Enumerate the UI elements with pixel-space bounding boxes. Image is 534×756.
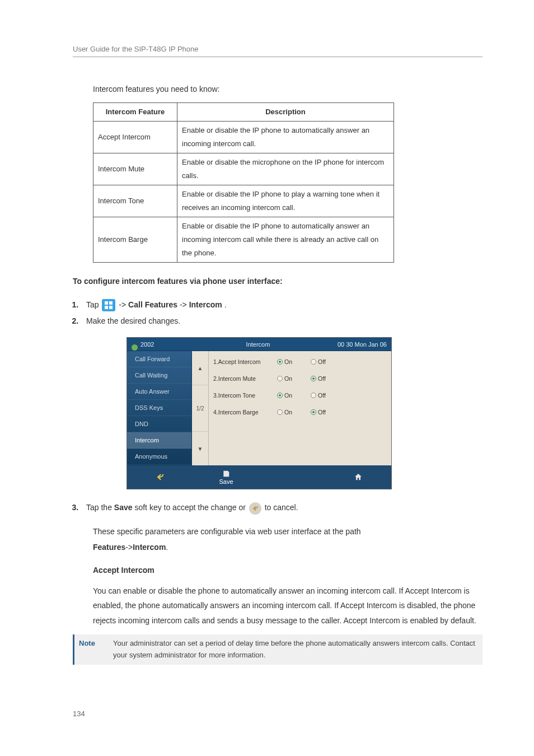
radio-off[interactable]: Off xyxy=(311,409,344,416)
post-text-1: These specific parameters are configurab… xyxy=(93,524,483,539)
account-label[interactable]: 2002 xyxy=(127,341,192,348)
screen-title: Intercom xyxy=(192,341,324,348)
setting-row-intercom-tone: 3.Intercom Tone On Off xyxy=(213,387,387,404)
scroll-page-indicator: 1/2 xyxy=(192,385,208,432)
setting-label: 1.Accept Intercom xyxy=(213,358,277,365)
step-text-bold: Save xyxy=(114,503,133,512)
step-text: -> xyxy=(119,300,126,309)
feature-name: Intercom Mute xyxy=(93,153,177,185)
radio-on[interactable]: On xyxy=(277,358,311,365)
radio-on[interactable]: On xyxy=(277,409,311,416)
table-header-description: Description xyxy=(177,102,394,121)
page-number: 134 xyxy=(73,710,483,718)
setting-row-intercom-barge: 4.Intercom Barge On Off xyxy=(213,404,387,421)
phone-content: 1.Accept Intercom On Off 2.Intercom Mute… xyxy=(209,351,391,465)
feature-desc: Enable or disable the IP phone to automa… xyxy=(177,121,394,153)
phone-softkey-bar: Save xyxy=(127,465,391,489)
step-text: soft key to accept the change or xyxy=(134,503,247,512)
setting-label: 3.Intercom Tone xyxy=(213,392,277,399)
save-softkey[interactable]: Save xyxy=(193,470,259,485)
table-row: Intercom Tone Enable or disable the IP p… xyxy=(93,185,394,217)
path-end: . xyxy=(166,543,168,552)
scroll-up-button[interactable]: ▲ xyxy=(192,351,208,385)
phone-sidebar: Call Forward Call Waiting Auto Answer DS… xyxy=(127,351,192,465)
radio-label: On xyxy=(284,375,292,382)
feature-desc: Enable or disable the IP phone to play a… xyxy=(177,185,394,217)
sidebar-item-auto-answer[interactable]: Auto Answer xyxy=(127,384,191,400)
radio-label: Off xyxy=(318,375,326,382)
note-body: Your administrator can set a period of d… xyxy=(107,634,483,665)
feature-desc: Enable or disable the IP phone to automa… xyxy=(177,217,394,262)
radio-label: On xyxy=(284,358,292,365)
setting-label: 4.Intercom Barge xyxy=(213,409,277,416)
step-text: to cancel. xyxy=(265,503,298,512)
configure-heading: To configure intercom features via phone… xyxy=(73,274,483,289)
back-arrow-icon xyxy=(155,473,165,482)
radio-label: Off xyxy=(318,392,326,399)
radio-off[interactable]: Off xyxy=(311,375,344,382)
sidebar-item-call-forward[interactable]: Call Forward xyxy=(127,351,191,367)
sidebar-item-dnd[interactable]: DND xyxy=(127,416,191,432)
path-bold: Features xyxy=(93,543,125,552)
sidebar-item-intercom[interactable]: Intercom xyxy=(127,432,191,449)
table-row: Intercom Mute Enable or disable the micr… xyxy=(93,153,394,185)
sidebar-item-call-waiting[interactable]: Call Waiting xyxy=(127,367,191,384)
radio-label: Off xyxy=(318,409,326,416)
intro-text: Intercom features you need to know: xyxy=(93,82,483,97)
radio-label: On xyxy=(284,392,292,399)
radio-off[interactable]: Off xyxy=(311,358,344,365)
menu-icon xyxy=(102,299,115,311)
table-header-feature: Intercom Feature xyxy=(93,102,177,121)
page-header: User Guide for the SIP-T48G IP Phone xyxy=(73,45,483,57)
step-text: . xyxy=(224,300,227,309)
phone-scrollbar: ▲ 1/2 ▼ xyxy=(192,351,209,465)
section-heading: Accept Intercom xyxy=(93,563,483,578)
section-body: You can enable or disable the phone to a… xyxy=(93,584,483,628)
setting-row-intercom-mute: 2.Intercom Mute On Off xyxy=(213,370,387,387)
step-text-bold: Intercom xyxy=(189,300,222,309)
table-row: Accept Intercom Enable or disable the IP… xyxy=(93,121,394,153)
save-icon xyxy=(222,470,231,478)
note-label: Note xyxy=(73,634,107,665)
sidebar-item-anonymous[interactable]: Anonymous xyxy=(127,449,191,465)
radio-on[interactable]: On xyxy=(277,375,311,382)
sidebar-item-dss-keys[interactable]: DSS Keys xyxy=(127,400,191,416)
step-3: Tap the Save soft key to accept the chan… xyxy=(81,500,483,516)
table-row: Intercom Barge Enable or disable the IP … xyxy=(93,217,394,262)
intercom-feature-table: Intercom Feature Description Accept Inte… xyxy=(93,102,394,263)
step-text: Tap xyxy=(86,300,101,309)
post-text-path: Features->Intercom. xyxy=(93,540,483,555)
step-1: Tap -> Call Features -> Intercom . xyxy=(81,297,483,313)
setting-label: 2.Intercom Mute xyxy=(213,375,277,382)
save-label: Save xyxy=(219,478,233,485)
step-2: Make the desired changes. xyxy=(81,313,483,329)
setting-row-accept-intercom: 1.Accept Intercom On Off xyxy=(213,353,387,370)
feature-name: Intercom Barge xyxy=(93,217,177,262)
step-text: Tap the xyxy=(86,503,114,512)
home-icon xyxy=(353,473,363,482)
radio-label: Off xyxy=(318,358,326,365)
back-icon xyxy=(249,502,261,515)
radio-off[interactable]: Off xyxy=(311,392,344,399)
feature-name: Intercom Tone xyxy=(93,185,177,217)
radio-on[interactable]: On xyxy=(277,392,311,399)
path-sep: -> xyxy=(125,543,133,552)
feature-name: Accept Intercom xyxy=(93,121,177,153)
step-text: -> xyxy=(180,300,187,309)
feature-desc: Enable or disable the microphone on the … xyxy=(177,153,394,185)
scroll-down-button[interactable]: ▼ xyxy=(192,432,208,465)
clock-label: 00 30 Mon Jan 06 xyxy=(324,341,391,348)
radio-label: On xyxy=(284,409,292,416)
note-box: Note Your administrator can set a period… xyxy=(73,634,483,665)
home-softkey[interactable] xyxy=(325,473,391,482)
path-bold: Intercom xyxy=(133,543,166,552)
phone-status-bar: 2002 Intercom 00 30 Mon Jan 06 xyxy=(127,338,391,351)
back-softkey[interactable] xyxy=(127,473,193,482)
phone-screenshot: 2002 Intercom 00 30 Mon Jan 06 Call Forw… xyxy=(127,337,392,489)
step-text-bold: Call Features xyxy=(128,300,177,309)
